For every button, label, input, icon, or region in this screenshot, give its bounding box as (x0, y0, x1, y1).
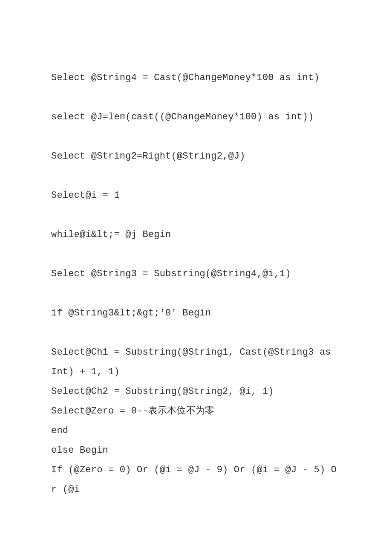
blank-line (51, 166, 341, 186)
blank-line (51, 88, 341, 107)
code-line: Select@Zero = 0--表示本位不为零 (51, 402, 341, 421)
code-block: Select @String4 = Cast(@ChangeMoney*100 … (51, 68, 341, 500)
code-line: while@i&lt;= @j Begin (51, 225, 341, 245)
code-line: Select @String2=Right(@String2,@J) (51, 147, 341, 166)
code-line: Select@Ch2 = Substring(@String2, @i, 1) (51, 382, 341, 402)
blank-line (51, 284, 341, 304)
blank-line (51, 323, 341, 343)
code-line: Select @String3 = Substring(@String4,@i,… (51, 264, 341, 284)
code-line: else Begin (51, 441, 341, 460)
code-line: if @String3&lt;&gt;'0' Begin (51, 304, 341, 323)
blank-line (51, 127, 341, 147)
code-line: end (51, 421, 341, 441)
blank-line (51, 205, 341, 225)
code-line: select @J=len(cast((@ChangeMoney*100) as… (51, 107, 341, 127)
code-line: Select@i = 1 (51, 186, 341, 205)
blank-line (51, 245, 341, 264)
code-line: Select@Ch1 = Substring(@String1, Cast(@S… (51, 343, 341, 382)
code-line: Select @String4 = Cast(@ChangeMoney*100 … (51, 68, 341, 88)
document-page: Select @String4 = Cast(@ChangeMoney*100 … (0, 0, 392, 555)
code-line: If (@Zero = 0) Or (@i = @J - 9) Or (@i =… (51, 460, 341, 500)
